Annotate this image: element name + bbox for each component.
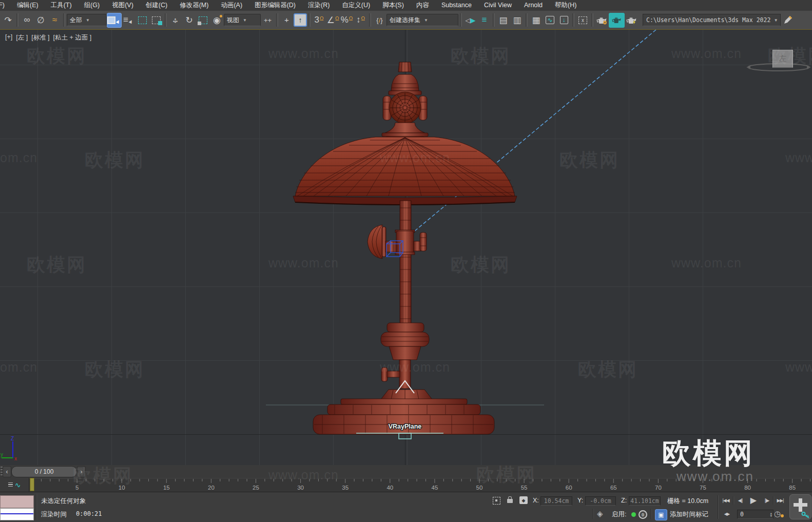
menu-item-5[interactable]: 创建(C) xyxy=(140,0,173,11)
menu-item-4[interactable]: 视图(V) xyxy=(106,0,140,11)
next-frame-button[interactable]: ||▶ xyxy=(762,496,772,505)
track-bar-options[interactable]: ∿ xyxy=(0,478,29,492)
menu-item-13[interactable]: Substance xyxy=(435,0,478,11)
dotted-transform-icon[interactable]: x xyxy=(576,13,590,27)
mirror-icon[interactable]: ◁▶ xyxy=(463,13,477,27)
project-path-field[interactable]: C:\Users\Han\Documents\3ds Max 2022 ▼ xyxy=(643,14,781,26)
gear-dot-icon xyxy=(781,514,784,517)
viewport-menu-pov[interactable]: [左 ] xyxy=(16,33,28,42)
add-time-tag[interactable]: 添加时间标记 xyxy=(670,510,708,519)
time-configuration-icon[interactable]: ◷ xyxy=(774,509,781,518)
enable-label: 启用: xyxy=(612,510,626,519)
schematic-view-icon[interactable]: ↓ xyxy=(557,13,571,27)
menu-item-3[interactable]: 组(G) xyxy=(78,0,106,11)
keyboard-override-toggle[interactable]: ↑ xyxy=(294,13,307,27)
spinner-snap-icon[interactable]: ↕Ω xyxy=(354,13,368,27)
viewport-left[interactable]: [+] [左 ] [标准 ] [粘土 + 边面 ] xyxy=(0,29,812,466)
edit-named-selection-sets-icon[interactable]: {/} xyxy=(373,13,386,27)
shield-icon[interactable]: ◈ xyxy=(597,509,603,518)
z-coord-field[interactable]: 41.101cm xyxy=(629,496,661,506)
select-and-rotate-icon[interactable]: ↻ xyxy=(182,13,196,27)
scene-explorer-icon[interactable]: ▤ xyxy=(496,13,510,27)
ruler-tick-label: 80 xyxy=(744,485,751,491)
pencil-icon[interactable] xyxy=(781,13,795,27)
menu-item-16[interactable]: 帮助(H) xyxy=(549,0,583,11)
menu-item-0[interactable]: 文件(F) xyxy=(0,0,11,11)
play-button[interactable]: ▶ xyxy=(747,494,760,506)
menu-item-7[interactable]: 动画(A) xyxy=(215,0,248,11)
menu-item-2[interactable]: 工具(T) xyxy=(45,0,78,11)
previous-frame-button[interactable]: ◀|| xyxy=(735,496,745,505)
toolbar-separator xyxy=(308,13,311,27)
unlink-selection-icon[interactable]: ∅ xyxy=(34,13,48,27)
current-frame-field[interactable]: 0 ▲▼ xyxy=(737,510,774,519)
render-production-icon[interactable] xyxy=(625,13,639,27)
lamp-collar-3 xyxy=(389,346,421,360)
select-by-name-icon[interactable]: ≡ ▲ xyxy=(122,13,136,27)
snap-toggle-3d-icon[interactable]: 3Ω xyxy=(312,13,326,27)
select-object-button[interactable]: ▲ xyxy=(107,13,122,28)
zero-badge[interactable]: 0 xyxy=(639,510,647,519)
toolbar-separator xyxy=(460,13,462,27)
menu-item-15[interactable]: Arnold xyxy=(518,0,549,11)
track-lines-icon xyxy=(8,482,13,487)
use-pivot-center-icon[interactable]: ++ xyxy=(261,13,275,27)
select-and-place-icon[interactable]: ◉ xyxy=(210,13,224,27)
menu-item-12[interactable]: 内容 xyxy=(410,0,435,11)
select-and-move-icon[interactable]: ↔↕ xyxy=(168,13,182,27)
select-and-link-icon[interactable]: ∞ xyxy=(20,13,34,27)
viewcube[interactable]: 左 xyxy=(772,50,793,68)
named-selection-sets-dropdown[interactable]: 创建选择集 ▼ xyxy=(386,14,458,26)
viewport-label: [+] [左 ] [标准 ] [粘土 + 边面 ] xyxy=(5,33,91,42)
curve-editor-icon[interactable]: ∿ xyxy=(543,13,557,27)
lamp-collar-2 xyxy=(381,332,429,346)
key-mode-toggle[interactable]: ◀▶ xyxy=(722,509,732,518)
align-icon[interactable]: ≡ xyxy=(477,13,491,27)
maxscript-listener-white[interactable] xyxy=(0,508,34,520)
menu-item-10[interactable]: 自定义(U) xyxy=(336,0,376,11)
render-setup-icon[interactable] xyxy=(595,13,609,27)
layer-explorer-icon[interactable]: ▥ xyxy=(510,13,524,27)
status-bar: 未选定任何对象 渲染时间 0:00:21 ◆ X: 10.54cm Y: -0.… xyxy=(0,492,812,522)
select-and-manipulate-icon[interactable]: + xyxy=(280,13,294,27)
current-frame-marker[interactable] xyxy=(30,478,34,491)
menu-item-11[interactable]: 脚本(S) xyxy=(376,0,410,11)
go-to-end-button[interactable]: ▶▶| xyxy=(775,496,785,505)
time-tag-cube-icon[interactable]: ▣ xyxy=(655,509,667,520)
rendered-frame-window-icon[interactable] xyxy=(609,13,625,28)
selection-filter-dropdown[interactable]: 全部 ▼ xyxy=(67,14,107,26)
percent-snap-icon[interactable]: %Ω xyxy=(340,13,354,27)
menu-item-9[interactable]: 渲染(R) xyxy=(302,0,336,11)
table-lamp-model[interactable] xyxy=(293,62,517,434)
viewcube-face-label: 左 xyxy=(779,54,787,64)
y-coord-field[interactable]: -0.0cm xyxy=(585,496,616,506)
ribbon-toggle-icon[interactable]: ▦ xyxy=(529,13,543,27)
select-and-scale-icon[interactable] xyxy=(196,13,210,27)
x-coord-field[interactable]: 10.54cm xyxy=(540,496,572,506)
angle-snap-icon[interactable]: ∠Ω xyxy=(326,13,340,27)
viewport-menu-standard[interactable]: [标准 ] xyxy=(31,33,49,42)
isolate-selection-icon[interactable] xyxy=(493,497,500,505)
lock-selection-icon[interactable] xyxy=(507,499,513,503)
menu-item-1[interactable]: 编辑(E) xyxy=(11,0,45,11)
viewport-menu-general[interactable]: [+] xyxy=(5,33,12,42)
menu-item-6[interactable]: 修改器(M) xyxy=(173,0,215,11)
redo-icon[interactable]: ↷ xyxy=(1,13,15,27)
menu-item-14[interactable]: Civil View xyxy=(478,0,518,11)
reference-coordinate-dropdown[interactable]: 视图 ▼ xyxy=(224,14,261,26)
viewport-menu-shading[interactable]: [粘土 + 边面 ] xyxy=(53,33,92,42)
time-slider-handle[interactable]: 0 / 100 xyxy=(11,466,77,477)
ruler-tick-label: 5 xyxy=(75,485,79,491)
menu-item-8[interactable]: 图形编辑器(D) xyxy=(248,0,302,11)
frame-forward-button[interactable]: › xyxy=(77,466,86,477)
spinner-icon[interactable]: ▲▼ xyxy=(770,512,773,517)
bind-to-spacewarp-icon[interactable]: ≈ xyxy=(48,13,62,27)
absolute-mode-icon[interactable]: ◆ xyxy=(519,496,528,504)
set-key-large-button[interactable] xyxy=(789,494,811,519)
frame-back-button[interactable]: ‹ xyxy=(3,466,11,477)
status-prompt: 未选定任何对象 xyxy=(41,497,86,506)
window-crossing-icon[interactable] xyxy=(149,13,163,27)
go-to-start-button[interactable]: |◀◀ xyxy=(721,496,731,505)
maxscript-listener-pink[interactable] xyxy=(0,495,34,508)
rectangular-selection-region-icon[interactable] xyxy=(136,13,149,27)
